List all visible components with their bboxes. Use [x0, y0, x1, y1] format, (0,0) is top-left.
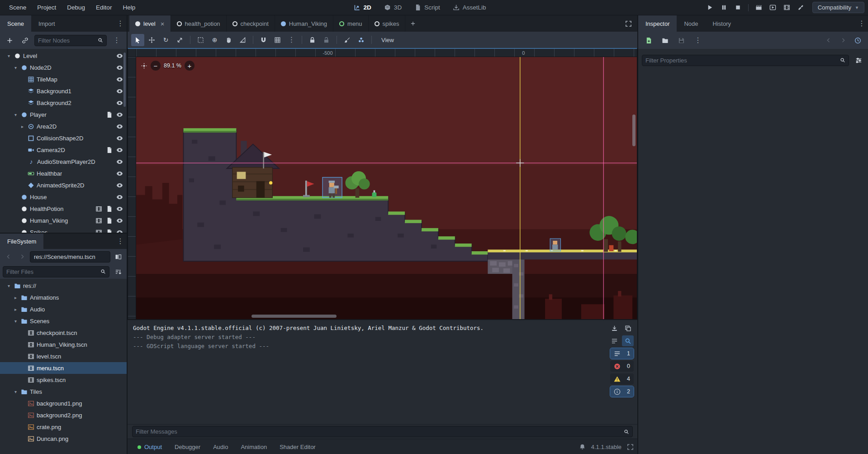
visibility-toggle-icon[interactable]: [116, 217, 123, 224]
dock-menu-icon[interactable]: ⋮: [114, 20, 127, 27]
bottom-tab-animation[interactable]: Animation: [234, 439, 273, 454]
tab-filesystem[interactable]: FileSystem: [0, 234, 43, 249]
copy-log-button[interactable]: [622, 323, 634, 334]
visibility-toggle-icon[interactable]: [116, 100, 123, 106]
zoom-in-button[interactable]: +: [185, 61, 194, 71]
filter-messages-search[interactable]: [132, 426, 633, 437]
engine-version[interactable]: 4.1.1.stable: [591, 444, 621, 450]
visibility-toggle-icon[interactable]: [116, 135, 123, 142]
filter-nodes-input[interactable]: [38, 37, 95, 44]
tab-import[interactable]: Import: [31, 15, 62, 32]
scene-tree-row[interactable]: Healthbar: [0, 167, 127, 179]
workspace-assetlib-button[interactable]: AssetLib: [448, 2, 491, 13]
play-button[interactable]: [704, 2, 716, 14]
visibility-toggle-icon[interactable]: [116, 64, 123, 71]
file-tree-row[interactable]: Human_Viking.tscn: [0, 339, 127, 350]
bottom-tab-shader-editor[interactable]: Shader Editor: [273, 439, 322, 454]
instantiate-scene-button[interactable]: [19, 34, 31, 46]
new-resource-button[interactable]: [643, 34, 655, 46]
scene-tree-row[interactable]: Camera2D: [0, 144, 127, 156]
expand-arrow[interactable]: ▾: [6, 283, 12, 288]
file-tree-row[interactable]: background1.png: [0, 397, 127, 409]
scene-tab-health-potion[interactable]: health_potion: [171, 15, 227, 32]
pan-tool-button[interactable]: [222, 34, 235, 46]
scene-tree-row[interactable]: Human_Viking: [0, 215, 127, 226]
ruler-tool-button[interactable]: [236, 34, 249, 46]
filter-messages-toggle[interactable]: 1: [610, 348, 634, 359]
visibility-toggle-icon[interactable]: [116, 76, 123, 83]
view-menu-button[interactable]: View: [375, 34, 400, 46]
menu-scene[interactable]: Scene: [4, 0, 32, 15]
filter-properties-input[interactable]: [645, 57, 837, 64]
expand-arrow[interactable]: ▾: [13, 319, 19, 324]
menu-project[interactable]: Project: [32, 0, 62, 15]
scene-tree-row[interactable]: AnimatedSprite2D: [0, 179, 127, 191]
file-tree-row[interactable]: Duncan.png: [0, 433, 127, 444]
scene-tree-row[interactable]: Spikes: [0, 226, 127, 233]
ruler-horizontal[interactable]: -500 0: [136, 49, 637, 57]
bottom-tab-debugger[interactable]: Debugger: [168, 439, 207, 454]
visibility-toggle-icon[interactable]: [116, 147, 123, 153]
visibility-toggle-icon[interactable]: [116, 229, 123, 233]
menu-help[interactable]: Help: [117, 0, 141, 15]
inspector-history-forward-button[interactable]: [837, 34, 849, 46]
visibility-toggle-icon[interactable]: [116, 158, 123, 165]
workspace-3d-button[interactable]: 3D: [379, 2, 407, 13]
script-icon[interactable]: [106, 205, 113, 212]
collapse-duplicates-button[interactable]: [608, 335, 620, 346]
resource-menu-icon[interactable]: ⋮: [692, 37, 704, 44]
toggle-split-mode-button[interactable]: [112, 251, 124, 263]
scene-tree-row[interactable]: HealthPotion: [0, 203, 127, 215]
workspace-2d-button[interactable]: 2D: [349, 2, 376, 13]
play-scene-button[interactable]: [767, 2, 779, 14]
new-scene-tab-button[interactable]: [405, 15, 421, 32]
scene-tree-row[interactable]: ▾Player: [0, 109, 127, 120]
filter-editor-messages-toggle[interactable]: 2: [610, 386, 634, 397]
remote-tools-button[interactable]: [795, 2, 807, 14]
snap-options-button[interactable]: ⋮: [285, 34, 298, 46]
scene-tree-row[interactable]: ♪AudioStreamPlayer2D: [0, 156, 127, 167]
canvas-area[interactable]: − 89.1 % +: [136, 57, 637, 319]
inspector-history-back-button[interactable]: [823, 34, 835, 46]
scene-tree-scrollbar[interactable]: [123, 53, 126, 107]
expand-arrow[interactable]: ▸: [13, 307, 19, 312]
scale-tool-button[interactable]: [173, 34, 186, 46]
file-tree-row[interactable]: ▾Scenes: [0, 315, 127, 327]
close-icon[interactable]: ×: [161, 20, 165, 28]
filter-errors-toggle[interactable]: 0: [610, 361, 634, 372]
zoom-level[interactable]: 89.1 %: [164, 62, 181, 69]
tab-scene[interactable]: Scene: [0, 15, 31, 32]
expand-arrow[interactable]: ▸: [13, 295, 19, 300]
file-tree-row[interactable]: ▾Tiles: [0, 386, 127, 397]
expand-arrow[interactable]: ▾: [6, 53, 12, 58]
file-sort-button[interactable]: [112, 266, 124, 277]
save-log-button[interactable]: [608, 323, 620, 334]
file-tree-row-selected[interactable]: menu.tscn: [0, 362, 127, 374]
visibility-toggle-icon[interactable]: [116, 53, 123, 59]
output-log[interactable]: Godot Engine v4.1.1.stable.official (c) …: [128, 320, 637, 424]
scene-tab-level[interactable]: level×: [129, 15, 171, 32]
scene-tree-row[interactable]: House: [0, 191, 127, 203]
history-forward-button[interactable]: [16, 251, 28, 263]
dock-menu-icon[interactable]: ⋮: [855, 20, 868, 27]
script-icon[interactable]: [106, 229, 113, 233]
distraction-free-button[interactable]: [619, 15, 637, 32]
open-scene-icon[interactable]: [95, 217, 102, 224]
load-resource-button[interactable]: [659, 34, 671, 46]
zoom-out-button[interactable]: −: [151, 61, 161, 71]
file-tree-row[interactable]: ▾res://: [0, 280, 127, 292]
visibility-toggle-icon[interactable]: [116, 170, 123, 177]
filter-files-search[interactable]: [3, 266, 109, 277]
filter-files-input[interactable]: [6, 268, 98, 275]
workspace-script-button[interactable]: Script: [409, 2, 445, 13]
bottom-tab-output[interactable]: Output: [131, 439, 168, 454]
scene-tab-human-viking[interactable]: Human_Viking: [275, 15, 333, 32]
visibility-toggle-icon[interactable]: [116, 194, 123, 201]
file-tree-row[interactable]: checkpoint.tscn: [0, 327, 127, 339]
file-tree-row[interactable]: spikes.tscn: [0, 374, 127, 386]
expand-arrow[interactable]: ▸: [19, 124, 25, 129]
scene-tree-row[interactable]: CollisionShape2D: [0, 132, 127, 144]
script-icon[interactable]: [106, 111, 113, 118]
paint-mode-button[interactable]: [341, 34, 354, 46]
lock-selected-button[interactable]: [306, 34, 319, 46]
